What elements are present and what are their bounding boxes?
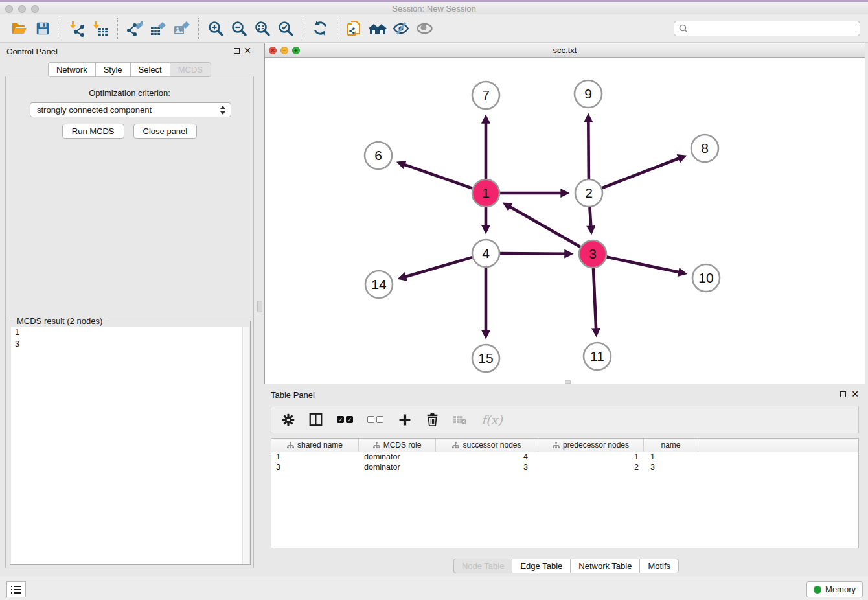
close-table-panel-icon[interactable]: ✕ (851, 389, 859, 399)
zoom-fit-button[interactable] (251, 17, 274, 40)
column-header-predecessor-nodes[interactable]: predecessor nodes (538, 439, 644, 452)
save-icon (35, 21, 51, 36)
main-toolbar (0, 14, 868, 43)
export-table-button[interactable] (146, 17, 170, 40)
result-scrollbar[interactable] (242, 327, 249, 564)
optimization-criterion-label: Optimization criterion: (6, 88, 253, 98)
unchecked-box-icon (367, 416, 374, 423)
graph-node[interactable]: 6 (365, 142, 392, 169)
close-panel-icon[interactable]: ✕ (244, 45, 251, 56)
import-network-icon (69, 20, 86, 37)
import-table-button[interactable] (89, 17, 112, 40)
open-session-button[interactable] (8, 17, 31, 40)
column-header-mcds-role[interactable]: MCDS role (359, 439, 436, 452)
unselect-all-columns-button[interactable] (367, 416, 383, 423)
network-window-titlebar[interactable]: ✕ − + scc.txt (265, 43, 865, 58)
save-session-button[interactable] (31, 17, 54, 40)
canvas-grip[interactable] (565, 380, 571, 384)
select-arrows-icon (220, 105, 226, 115)
window-title: Session: New Session (0, 4, 868, 14)
show-hide-graphics-button[interactable] (389, 17, 413, 40)
close-panel-button[interactable]: Close panel (133, 124, 198, 139)
table-row[interactable]: 1 dominator 4 1 1 (271, 452, 858, 463)
column-header-shared-name[interactable]: shared name (271, 439, 359, 452)
delete-table-icon (453, 414, 467, 426)
cell-successor-nodes: 4 (436, 452, 538, 463)
float-table-panel-icon[interactable] (840, 391, 846, 397)
search-input[interactable] (689, 23, 860, 34)
plus-icon (398, 413, 412, 427)
mcds-panel: Optimization criterion: strongly connect… (5, 76, 254, 568)
search-field[interactable] (674, 21, 860, 36)
graph-node[interactable]: 4 (472, 240, 499, 267)
window-titlebar: Session: New Session (0, 0, 868, 14)
import-network-button[interactable] (65, 17, 89, 40)
trash-icon (426, 413, 439, 426)
graph-edge (589, 207, 591, 226)
select-all-columns-button[interactable]: ✓ ✓ (337, 416, 353, 423)
network-canvas-svg: 7968124314101511 (265, 58, 865, 384)
svg-text:3: 3 (589, 246, 597, 261)
tab-network[interactable]: Network (48, 62, 95, 77)
graph-node[interactable]: 8 (691, 135, 718, 162)
optimization-criterion-value: strongly connected component (37, 105, 152, 115)
tab-edge-table[interactable]: Edge Table (512, 559, 570, 573)
svg-text:6: 6 (374, 148, 382, 163)
clone-network-button[interactable] (343, 17, 366, 40)
graph-node[interactable]: 15 (472, 345, 499, 372)
tab-motifs[interactable]: Motifs (639, 559, 679, 573)
graph-node[interactable]: 7 (472, 82, 499, 109)
zoom-selected-button[interactable] (274, 17, 297, 40)
run-mcds-button[interactable]: Run MCDS (62, 124, 124, 139)
zoom-in-button[interactable] (204, 17, 227, 40)
tab-mcds[interactable]: MCDS (170, 62, 211, 77)
create-column-button[interactable] (398, 413, 412, 427)
table-row[interactable]: 3 dominator 3 2 3 (271, 463, 858, 473)
tab-node-table[interactable]: Node Table (453, 559, 512, 573)
graph-node[interactable]: 10 (692, 264, 720, 292)
mcds-result-list[interactable]: 1 3 (11, 327, 249, 564)
float-panel-icon[interactable] (234, 48, 240, 54)
memory-button[interactable]: Memory (806, 581, 863, 597)
tab-select[interactable]: Select (130, 62, 170, 77)
tab-network-table[interactable]: Network Table (570, 559, 639, 573)
toolbar-separator (303, 18, 303, 39)
mcds-result-group: MCDS result (2 nodes) 1 3 (10, 321, 251, 565)
task-history-button[interactable] (6, 581, 26, 597)
export-image-button[interactable] (170, 17, 193, 40)
hierarchy-icon (287, 442, 294, 449)
splitter-handle[interactable] (257, 301, 262, 312)
delete-column-button[interactable] (426, 413, 439, 426)
table-options-button[interactable] (282, 413, 295, 426)
search-icon (678, 23, 689, 34)
main-area: Control Panel ✕ Network Style Select MCD… (0, 43, 868, 577)
graph-node[interactable]: 1 (472, 179, 499, 207)
tab-style[interactable]: Style (95, 62, 130, 77)
graph-node[interactable]: 14 (365, 271, 393, 298)
graph-node[interactable]: 3 (579, 240, 606, 268)
optimization-criterion-select[interactable]: strongly connected component (30, 102, 231, 117)
column-header-successor-nodes[interactable]: successor nodes (436, 439, 538, 452)
export-network-button[interactable] (123, 17, 146, 40)
graph-node[interactable]: 9 (575, 80, 602, 108)
zoom-out-button[interactable] (227, 17, 251, 40)
checked-box-icon: ✓ (337, 416, 344, 423)
network-canvas[interactable]: 7968124314101511 (265, 58, 865, 384)
toolbar-separator (117, 18, 118, 39)
network-view-window: ✕ − + scc.txt 7968124314101511 (264, 43, 865, 384)
show-columns-button[interactable] (309, 413, 323, 426)
cell-mcds-role: dominator (359, 452, 436, 463)
first-neighbors-button[interactable] (366, 17, 389, 40)
cell-predecessor-nodes: 1 (538, 452, 644, 463)
graph-node[interactable]: 2 (575, 179, 602, 207)
column-header-name[interactable]: name (644, 439, 698, 452)
delete-table-button[interactable] (453, 414, 467, 426)
node-table: shared name MCDS role successor nodes pr… (271, 438, 859, 548)
svg-text:10: 10 (698, 270, 713, 285)
function-builder-button[interactable]: f(x) (481, 413, 503, 427)
svg-text:9: 9 (584, 86, 592, 101)
cell-successor-nodes: 3 (436, 463, 538, 473)
refresh-button[interactable] (308, 17, 332, 40)
birds-eye-view-button[interactable] (413, 17, 436, 40)
graph-node[interactable]: 11 (584, 343, 611, 370)
